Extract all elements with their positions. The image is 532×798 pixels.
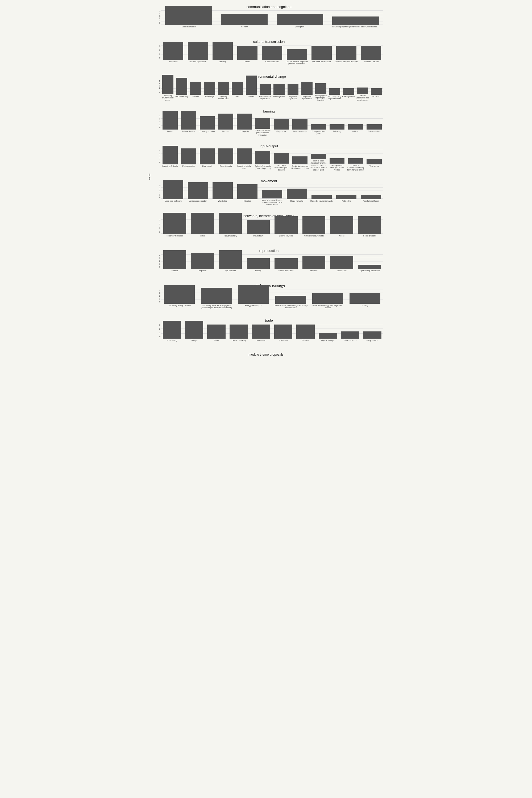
bar-group-inputoutput-0: Importing GIS data [161, 143, 179, 171]
y-tick-2: 2 [155, 87, 160, 89]
bar-farming-2 [200, 116, 215, 130]
bar-inputoutput-11 [366, 159, 382, 165]
bar-label-cultural-6: Horizontal transmission [312, 61, 331, 66]
section-communication: communication and cognition543210Social … [152, 3, 386, 33]
bar-group-farming-5: Animal husbandry - plant cultivation int… [254, 108, 272, 136]
bar-group-farming-9: Fallowing [328, 108, 346, 136]
y-tick-2: 2 [155, 295, 160, 297]
bar-trade-9 [363, 331, 381, 339]
bar-label-cultural-8: unbiased - neutral [364, 61, 379, 66]
bar-group-movement-1: Landscape perception [186, 178, 210, 206]
bar-label-movement-5: Route networks [290, 200, 304, 206]
bar-group-inputoutput-2: Data export [198, 143, 216, 171]
bar-environmental-2 [190, 82, 201, 95]
bar-inputoutput-6 [274, 153, 289, 164]
bar-group-environmental-5: Soils [231, 73, 244, 101]
bar-label-environmental-7: Environmental degradation [259, 95, 271, 101]
y-tick-1: 1 [155, 298, 160, 300]
y-axis-reproduction: 43210 [155, 254, 161, 276]
y-axis-movement: 543210 [155, 185, 161, 206]
bar-inputoutput-2 [200, 148, 215, 165]
bar-group-environmental-2: Erosion [189, 73, 202, 101]
bar-movement-2 [212, 182, 233, 199]
y-tick-3: 3 [155, 45, 160, 48]
y-tick-4: 4 [155, 82, 160, 84]
bar-group-environmental-6: Climate [245, 73, 258, 101]
y-tick-0: 0 [155, 301, 160, 303]
bar-group-environmental-13: Hydrodynamics [342, 73, 355, 101]
y-tick-0: 0 [155, 162, 160, 164]
bar-farming-6 [274, 119, 289, 130]
bar-farming-5 [255, 118, 270, 129]
section-inputoutput: input-output43210Importing GIS dataPlot … [152, 142, 386, 172]
bar-trade-5 [274, 324, 292, 339]
bar-group-inputoutput-8: How to easy statistically analyze result… [310, 138, 327, 171]
bar-group-networks-5: Network measurements [300, 213, 327, 241]
section-farming: farming43210famineLabour divisionCrop re… [152, 107, 386, 137]
bar-label-cultural-1: Isolation by distance [189, 61, 206, 66]
bar-environmental-7 [260, 84, 271, 95]
bar-label-inputoutput-2: Data export [203, 165, 212, 171]
bar-label-networks-7: Social diversity [363, 235, 376, 241]
bar-label-farming-3: Disease [222, 130, 229, 136]
bar-group-trade-5: Production [273, 317, 294, 345]
y-tick-3: 3 [155, 292, 160, 294]
bar-trade-8 [341, 331, 359, 339]
y-tick-0: 0 [155, 266, 160, 268]
bar-group-movement-8: Population diffusion [359, 178, 383, 206]
bar-farming-11 [366, 124, 382, 130]
bar-trade-2 [207, 324, 226, 339]
bar-label-networks-2: Network density [224, 235, 237, 241]
bar-subsistence-2 [238, 285, 269, 304]
bar-group-environmental-10: Vegetation regeneration [300, 73, 314, 101]
bar-group-environmental-7: Environmental degradation [259, 73, 271, 101]
charts-container: communication and cognition543210Social … [152, 3, 386, 351]
bar-label-environmental-4: Importing climate data [217, 95, 230, 101]
bar-group-communication-1: memory [217, 4, 271, 32]
bar-label-cultural-0: Innovation [169, 61, 177, 66]
y-tick-2: 2 [155, 17, 160, 19]
bar-environmental-0 [162, 75, 173, 94]
bar-cultural-8 [361, 46, 381, 60]
y-tick-1: 1 [155, 332, 160, 334]
y-axis-environmental: 543210 [155, 80, 161, 101]
y-tick-2: 2 [155, 328, 160, 330]
bar-label-movement-7: Pathfinding [342, 200, 351, 206]
section-reproduction: reproduction43210diseasemigrationAge str… [152, 247, 386, 277]
bar-label-subsistence-2: Energy consumption [245, 305, 262, 310]
bar-group-subsistence-5: hunting [347, 283, 383, 310]
bars-row-networks: Hierarchy formationLinksNetwork densityT… [161, 220, 383, 241]
bar-group-trade-1: Storage [184, 317, 205, 345]
bar-environmental-15 [371, 88, 382, 95]
y-tick-0: 0 [155, 127, 160, 129]
y-axis-communication: 543210 [155, 11, 161, 32]
bar-group-networks-2: Network density [217, 213, 244, 241]
y-tick-4: 4 [155, 254, 160, 256]
bar-environmental-8 [273, 84, 285, 95]
bar-subsistence-5 [349, 293, 380, 304]
bar-group-environmental-3: Hydrology [203, 73, 216, 101]
bar-label-farming-6: Crop choice [277, 130, 286, 136]
bar-reproduction-6 [330, 255, 353, 269]
y-tick-3: 3 [155, 189, 160, 191]
bar-label-networks-1: Links [200, 235, 205, 241]
bar-group-reproduction-5: Mortality [300, 248, 327, 276]
bar-group-environmental-11: Anthropogenic impacts (e.g., burning) [314, 73, 327, 101]
bar-label-networks-0: Hierarchy formation [167, 235, 183, 241]
y-tick-2: 2 [155, 224, 160, 226]
bar-label-farming-1: Labour division [183, 130, 195, 136]
bar-group-reproduction-1: migration [189, 248, 216, 276]
bar-networks-4 [274, 216, 298, 234]
y-tick-4: 4 [155, 187, 160, 189]
y-tick-0: 0 [155, 336, 160, 338]
y-tick-2: 2 [155, 49, 160, 51]
bar-communication-0 [165, 6, 212, 25]
bar-group-inputoutput-10: Output to software/neutral/longterm stor… [347, 142, 365, 171]
bar-group-inputoutput-7: Combining exported files from model runs [291, 143, 309, 171]
bar-group-trade-0: Price setting [161, 317, 183, 345]
bar-group-trade-9: Utility function [361, 317, 383, 345]
bar-label-reproduction-5: Mortality [310, 270, 317, 276]
bar-group-inputoutput-1: Plot generation [180, 143, 198, 171]
bar-group-subsistence-0: Calculating energy demand [161, 283, 198, 310]
bar-label-subsistence-0: Calculating energy demand [168, 305, 191, 310]
